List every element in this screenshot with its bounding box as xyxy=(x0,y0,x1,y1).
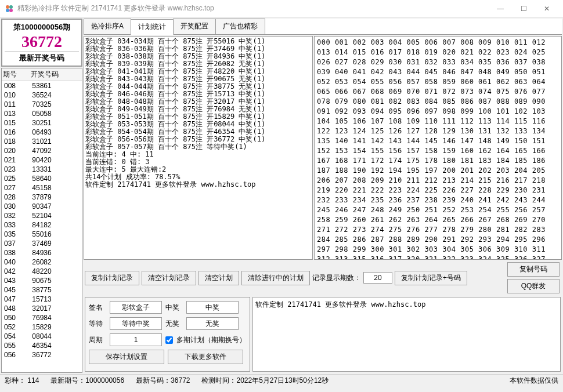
tab-hotcold-a[interactable]: 热冷排序A xyxy=(84,19,131,34)
table-row[interactable]: 01036524 xyxy=(2,90,82,100)
app-icon xyxy=(5,4,14,13)
table-row[interactable]: 04832017 xyxy=(2,304,82,313)
status-disclaimer: 本软件数据仅供 xyxy=(510,376,558,386)
multi-plan-label: 多期计划（期期换号） xyxy=(176,335,246,345)
clear-plan-button[interactable]: 清空计划 xyxy=(199,271,239,285)
svg-point-0 xyxy=(6,5,9,9)
table-row[interactable]: 02558640 xyxy=(2,174,82,183)
table-row[interactable]: 05408044 xyxy=(2,332,82,341)
table-row[interactable]: 01606493 xyxy=(2,128,82,137)
period-label-form: 周期 xyxy=(89,335,106,345)
current-period-box: 第1000000056期 36772 最新开奖号码 xyxy=(1,19,82,67)
wait-label: 等待 xyxy=(89,319,106,329)
save-plan-button[interactable]: 保存计划设置 xyxy=(89,350,164,364)
table-row[interactable]: 04248220 xyxy=(2,267,82,276)
copy-plan-log-button[interactable]: 复制计划记录 xyxy=(85,271,139,285)
status-latest-period: 最新期号：1000000056 xyxy=(50,376,124,386)
table-row[interactable]: 04026082 xyxy=(2,257,82,267)
table-row[interactable]: 02047092 xyxy=(2,146,82,155)
lose-input[interactable] xyxy=(186,317,239,330)
status-check-time: 检测时间：2022年5月27日13时50分12秒 xyxy=(201,376,329,386)
win-label: 中奖 xyxy=(165,303,183,313)
table-row[interactable]: 02313331 xyxy=(2,165,82,174)
latest-label: 最新开奖号码 xyxy=(5,51,79,63)
table-row[interactable]: 03737469 xyxy=(2,239,82,248)
period-input[interactable] xyxy=(110,333,162,346)
table-row[interactable]: 03884936 xyxy=(2,248,82,257)
col-number: 开奖号码 xyxy=(30,68,82,81)
table-row[interactable]: 02837879 xyxy=(2,193,82,202)
clear-plan-log-button[interactable]: 清空计划记录 xyxy=(142,271,196,285)
window-title: 精彩热冷排序 软件定制 21741741 更多软件登录 www.hzhsc.to… xyxy=(17,3,489,13)
copy-numbers-button[interactable]: 复制号码 xyxy=(507,262,560,277)
win-input[interactable] xyxy=(186,301,239,314)
period-label: 第1000000056期 xyxy=(5,22,79,32)
close-button[interactable]: ✕ xyxy=(535,1,558,17)
copy-plan-numbers-button[interactable]: 复制计划记录+号码 xyxy=(395,271,467,285)
table-row[interactable]: 04715713 xyxy=(2,295,82,304)
svg-point-2 xyxy=(6,9,9,12)
tab-bar: 热冷排序A 计划统计 开奖配置 广告也精彩 xyxy=(84,19,562,35)
table-row[interactable]: 03252104 xyxy=(2,211,82,220)
table-row[interactable]: 05636772 xyxy=(2,350,82,360)
plan-log[interactable]: 彩软盒子 034-034期 百十个 875注 开55016 中奖(1) 彩软盒子… xyxy=(84,36,313,260)
table-row[interactable]: 01530251 xyxy=(2,118,82,128)
big-number: 36772 xyxy=(5,32,79,51)
table-row[interactable]: 05546354 xyxy=(2,341,82,350)
table-row[interactable]: 05215829 xyxy=(2,322,82,332)
download-more-button[interactable]: 下载更多软件 xyxy=(168,350,243,364)
status-seed: 彩种： 114 xyxy=(5,376,39,386)
table-row[interactable]: 01170325 xyxy=(2,100,82,109)
clear-running-button[interactable]: 清除进行中的计划 xyxy=(241,271,310,285)
info-panel: 软件定制 21741741 更多软件登录 www.hzhsc.top xyxy=(252,297,561,372)
tab-draw-config[interactable]: 开奖配置 xyxy=(173,19,216,34)
sign-label: 签名 xyxy=(89,303,106,313)
svg-point-3 xyxy=(9,9,13,12)
table-row[interactable]: 04390675 xyxy=(2,276,82,285)
numbers-grid[interactable]: 000 001 002 003 004 005 006 007 008 009 … xyxy=(314,36,562,260)
minimize-button[interactable]: — xyxy=(489,1,512,17)
col-period: 期号 xyxy=(2,68,30,81)
tab-ads[interactable]: 广告也精彩 xyxy=(215,19,265,34)
svg-point-1 xyxy=(9,5,13,9)
maximize-button[interactable]: ☐ xyxy=(512,1,535,17)
history-table[interactable]: 期号 开奖号码 00853861010365240117032501305058… xyxy=(1,68,82,373)
table-row[interactable]: 02190420 xyxy=(2,155,82,165)
table-row[interactable]: 00853861 xyxy=(2,81,82,91)
table-row[interactable]: 05076984 xyxy=(2,313,82,322)
statusbar: 彩种： 114 最新期号：1000000056 最新号码：36772 检测时间：… xyxy=(0,374,563,387)
lose-label: 无奖 xyxy=(165,319,183,329)
table-row[interactable]: 03090347 xyxy=(2,202,82,211)
sign-input[interactable] xyxy=(110,301,162,314)
wait-input[interactable] xyxy=(110,317,162,330)
table-row[interactable]: 01831021 xyxy=(2,137,82,146)
record-periods-label: 记录显示期数： xyxy=(312,273,361,283)
table-row[interactable]: 04538775 xyxy=(2,285,82,295)
plan-settings-panel: 签名 中奖 等待 无奖 周期 多期计划（期期换号） xyxy=(85,297,250,372)
table-row[interactable]: 03384182 xyxy=(2,220,82,230)
table-row[interactable]: 03555016 xyxy=(2,230,82,239)
record-periods-input[interactable] xyxy=(363,272,392,284)
titlebar: 精彩热冷排序 软件定制 21741741 更多软件登录 www.hzhsc.to… xyxy=(0,0,563,17)
table-row[interactable]: 01305058 xyxy=(2,109,82,118)
multi-plan-checkbox[interactable] xyxy=(165,336,173,344)
table-row[interactable]: 02745158 xyxy=(2,183,82,193)
qq-send-button[interactable]: QQ群发 xyxy=(507,279,560,293)
tab-plan-stats[interactable]: 计划统计 xyxy=(131,19,174,35)
status-latest-number: 最新号码：36772 xyxy=(136,376,190,386)
